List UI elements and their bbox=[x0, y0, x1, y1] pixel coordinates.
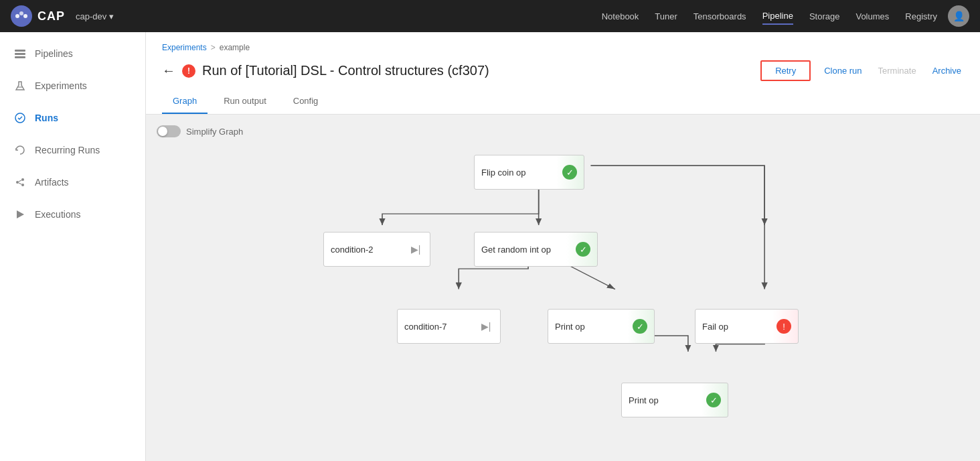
breadcrumb: Experiments > example bbox=[162, 38, 964, 52]
tab-run-output[interactable]: Run output bbox=[213, 89, 277, 114]
sidebar-item-recurring-runs[interactable]: Recurring Runs bbox=[0, 134, 145, 166]
node-print-op-1[interactable]: Print op ✓ bbox=[548, 309, 655, 344]
tab-graph[interactable]: Graph bbox=[162, 89, 208, 114]
svg-point-9 bbox=[21, 178, 24, 181]
node-print-op-1-label: Print op bbox=[555, 322, 629, 332]
breadcrumb-current: example bbox=[220, 43, 250, 52]
sidebar-item-runs[interactable]: Runs bbox=[0, 102, 145, 134]
node-condition-7-label: condition-7 bbox=[404, 322, 475, 332]
node-print-op-2[interactable]: Print op ✓ bbox=[621, 383, 728, 417]
node-fail-op[interactable]: Fail op ! bbox=[695, 309, 799, 344]
svg-point-0 bbox=[15, 14, 19, 18]
recurring-icon bbox=[13, 143, 27, 157]
node-print-op-1-status: ✓ bbox=[633, 319, 647, 334]
app-title: CAP bbox=[37, 9, 65, 23]
experiments-label: Experiments bbox=[35, 80, 87, 91]
content-area: Experiments > example ← ! Run of [Tutori… bbox=[146, 32, 980, 461]
runs-icon bbox=[13, 111, 27, 125]
svg-point-10 bbox=[21, 184, 24, 186]
node-print-op-2-status: ✓ bbox=[706, 393, 721, 407]
svg-rect-4 bbox=[15, 53, 25, 55]
node-fail-op-status: ! bbox=[777, 319, 791, 334]
archive-button[interactable]: Archive bbox=[930, 62, 964, 80]
node-get-random-int-label: Get random int op bbox=[481, 245, 572, 255]
recurring-runs-label: Recurring Runs bbox=[35, 145, 100, 155]
env-selector[interactable]: cap-dev ▾ bbox=[76, 11, 114, 21]
app-logo[interactable]: CAP bbox=[11, 5, 65, 27]
node-condition-2-label: condition-2 bbox=[331, 245, 404, 255]
simplify-label: Simplify Graph bbox=[186, 127, 243, 137]
clone-run-button[interactable]: Clone run bbox=[821, 62, 864, 80]
experiment-icon bbox=[13, 79, 27, 92]
simplify-toggle[interactable]: Simplify Graph bbox=[157, 125, 243, 137]
svg-point-2 bbox=[23, 14, 27, 18]
content-header: Experiments > example ← ! Run of [Tutori… bbox=[146, 32, 980, 115]
page-actions: Retry Clone run Terminate Archive bbox=[760, 60, 964, 81]
node-get-random-int-status: ✓ bbox=[576, 242, 590, 257]
toggle-knob bbox=[158, 127, 167, 136]
page-title-row: ← ! Run of [Tutorial] DSL - Control stru… bbox=[162, 55, 964, 89]
user-avatar[interactable]: 👤 bbox=[948, 5, 969, 27]
node-condition-7[interactable]: condition-7 ▶| bbox=[397, 309, 501, 344]
page-title-left: ← ! Run of [Tutorial] DSL - Control stru… bbox=[162, 63, 489, 78]
executions-label: Executions bbox=[35, 209, 80, 220]
nav-storage[interactable]: Storage bbox=[809, 9, 840, 24]
svg-line-12 bbox=[19, 183, 21, 184]
env-name: cap-dev bbox=[76, 11, 106, 21]
pipeline-icon bbox=[13, 47, 27, 60]
artifact-icon bbox=[13, 176, 27, 189]
runs-label: Runs bbox=[35, 113, 58, 123]
pipelines-label: Pipelines bbox=[35, 48, 73, 59]
svg-point-1 bbox=[19, 11, 23, 15]
svg-point-8 bbox=[16, 181, 19, 184]
sidebar-item-pipelines[interactable]: Pipelines bbox=[0, 38, 145, 70]
breadcrumb-separator: > bbox=[211, 43, 216, 52]
nav-links: Notebook Tuner Tensorboards Pipeline Sto… bbox=[602, 8, 937, 25]
tabs: Graph Run output Config bbox=[162, 89, 964, 114]
node-print-op-2-label: Print op bbox=[629, 395, 702, 405]
node-condition-2-status: ▶| bbox=[408, 242, 423, 257]
artifacts-label: Artifacts bbox=[35, 177, 69, 188]
graph-container: Flip coin op ✓ condition-2 ▶| Get random… bbox=[146, 115, 980, 461]
top-nav: CAP cap-dev ▾ Notebook Tuner Tensorboard… bbox=[0, 0, 980, 32]
node-fail-op-label: Fail op bbox=[702, 322, 772, 332]
node-condition-7-status: ▶| bbox=[479, 319, 493, 334]
retry-button[interactable]: Retry bbox=[760, 60, 811, 81]
error-status-icon: ! bbox=[182, 64, 195, 78]
svg-marker-13 bbox=[17, 210, 24, 218]
node-flip-coin-label: Flip coin op bbox=[481, 168, 558, 178]
simplify-switch[interactable] bbox=[157, 125, 181, 137]
sidebar-item-executions[interactable]: Executions bbox=[0, 198, 145, 230]
nav-notebook[interactable]: Notebook bbox=[602, 9, 639, 24]
svg-rect-3 bbox=[15, 50, 25, 52]
sidebar-item-experiments[interactable]: Experiments bbox=[0, 70, 145, 102]
graph-area: Simplify Graph bbox=[146, 115, 980, 461]
node-condition-2[interactable]: condition-2 ▶| bbox=[323, 232, 430, 267]
sidebar-item-artifacts[interactable]: Artifacts bbox=[0, 166, 145, 198]
tab-config[interactable]: Config bbox=[282, 89, 329, 114]
page-title: Run of [Tutorial] DSL - Control structur… bbox=[202, 63, 489, 78]
nav-tuner[interactable]: Tuner bbox=[655, 9, 677, 24]
execution-icon bbox=[13, 208, 27, 221]
node-get-random-int[interactable]: Get random int op ✓ bbox=[474, 232, 598, 267]
svg-rect-5 bbox=[15, 56, 25, 58]
node-flip-coin-status: ✓ bbox=[562, 165, 577, 180]
sidebar: Pipelines Experiments Runs bbox=[0, 32, 146, 461]
breadcrumb-experiments[interactable]: Experiments bbox=[162, 43, 207, 52]
chevron-down-icon: ▾ bbox=[109, 11, 114, 21]
svg-line-11 bbox=[19, 180, 21, 182]
nav-tensorboards[interactable]: Tensorboards bbox=[693, 9, 746, 24]
logo-icon bbox=[11, 5, 32, 27]
back-button[interactable]: ← bbox=[162, 63, 175, 78]
terminate-button[interactable]: Terminate bbox=[876, 62, 919, 80]
node-flip-coin[interactable]: Flip coin op ✓ bbox=[474, 155, 584, 190]
nav-pipeline[interactable]: Pipeline bbox=[762, 8, 793, 25]
nav-registry[interactable]: Registry bbox=[905, 9, 937, 24]
nav-volumes[interactable]: Volumes bbox=[855, 9, 889, 24]
